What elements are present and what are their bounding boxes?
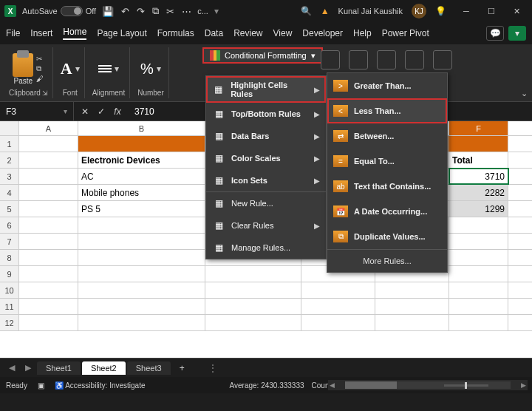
maximize-button[interactable]: ☐	[480, 2, 502, 20]
search-icon[interactable]: 🔍	[301, 6, 312, 16]
comments-button[interactable]: 💬	[486, 26, 504, 41]
minimize-button[interactable]: ─	[455, 2, 477, 20]
font-icon[interactable]: A	[61, 59, 72, 78]
menu-icon-sets[interactable]: ▦Icon Sets▶	[206, 169, 326, 191]
format-painter-icon[interactable]: 🖌	[36, 75, 44, 83]
tab-developer[interactable]: Developer	[302, 28, 343, 38]
highlight-cells-submenu: >Greater Than... <Less Than... ⇄Between.…	[327, 72, 448, 273]
select-all-corner[interactable]	[0, 121, 19, 135]
group-alignment: ▾ Alignment	[88, 47, 130, 98]
sheet-prev-icon[interactable]: ◀	[4, 363, 19, 373]
cell[interactable]: 3710	[449, 169, 508, 184]
tab-insert[interactable]: Insert	[30, 28, 52, 38]
share-button[interactable]: ▾	[508, 26, 526, 41]
qat-more-icon[interactable]: ⋯	[182, 6, 191, 17]
header-total[interactable]: Total	[449, 152, 508, 168]
menu-text-contains[interactable]: abText that Contains...	[327, 174, 447, 199]
user-name: Kunal Jai Kaushik	[338, 7, 403, 16]
tab-view[interactable]: View	[273, 28, 293, 38]
clear-icon: ▦	[212, 219, 225, 232]
cut-small-icon[interactable]: ✂	[36, 55, 44, 63]
format-table-icon[interactable]	[321, 50, 340, 69]
cell[interactable]: AC	[78, 169, 205, 184]
enter-formula-icon[interactable]: ✓	[95, 106, 108, 117]
sheet-tab-2[interactable]: Sheet2	[82, 361, 126, 375]
menu-equal-to[interactable]: =Equal To...	[327, 149, 447, 174]
less-icon: <	[333, 105, 348, 117]
warning-icon[interactable]: ▲	[321, 6, 330, 16]
conditional-formatting-button[interactable]: Conditional Formatting ▾	[202, 47, 323, 64]
row-header[interactable]: 2	[0, 152, 19, 168]
highlight-rules-icon: ▦	[212, 83, 225, 96]
row-header[interactable]: 3	[0, 169, 19, 184]
menu-highlight-cells-rules[interactable]: ▦Highlight Cells Rules▶	[206, 76, 326, 103]
cancel-formula-icon[interactable]: ✕	[78, 106, 92, 117]
col-header-f[interactable]: F	[449, 121, 508, 135]
tab-page-layout[interactable]: Page Layout	[97, 28, 146, 38]
close-button[interactable]: ✕	[505, 2, 528, 20]
cell[interactable]: PS 5	[78, 201, 205, 217]
cell[interactable]: Mobile phones	[78, 185, 205, 200]
row-header[interactable]: 1	[0, 136, 19, 152]
tab-data[interactable]: Data	[205, 28, 223, 38]
macro-icon[interactable]: ▣	[38, 381, 44, 390]
sheet-tab-3[interactable]: Sheet3	[127, 361, 171, 375]
undo-icon[interactable]: ↶	[121, 6, 129, 17]
tab-review[interactable]: Review	[233, 28, 262, 38]
zoom-slider[interactable]	[444, 384, 488, 387]
menu-duplicate-values[interactable]: ⧉Duplicate Values...	[327, 224, 447, 249]
menu-new-rule[interactable]: ▦New Rule...	[206, 191, 326, 214]
fx-icon[interactable]: fx	[111, 106, 124, 117]
analyze-icon[interactable]	[433, 50, 452, 69]
collapse-ribbon-icon[interactable]: ⌄	[521, 89, 528, 98]
menu-manage-rules[interactable]: ▦Manage Rules...	[206, 237, 326, 259]
status-average: Average: 2430.333333	[230, 381, 304, 390]
tab-file[interactable]: File	[6, 28, 20, 38]
tab-formulas[interactable]: Formulas	[157, 28, 194, 38]
row-header[interactable]: 5	[0, 201, 19, 217]
cell[interactable]: 2282	[449, 185, 508, 200]
chevron-right-icon: ▶	[314, 86, 320, 94]
paste-icon[interactable]	[13, 53, 33, 77]
cell-styles-icon[interactable]	[349, 50, 368, 69]
cell[interactable]: 1299	[449, 201, 508, 217]
tab-power-pivot[interactable]: Power Pivot	[382, 28, 429, 38]
menu-top-bottom-rules[interactable]: ▦Top/Bottom Rules▶	[206, 103, 326, 125]
cut-icon[interactable]: ✂	[166, 6, 174, 17]
sheet-next-icon[interactable]: ▶	[21, 363, 35, 373]
header-devices[interactable]: Electronic Devices	[78, 152, 205, 168]
tab-help[interactable]: Help	[353, 28, 372, 38]
menu-data-bars[interactable]: ▦Data Bars▶	[206, 125, 326, 147]
col-header-b[interactable]: B	[78, 121, 205, 135]
menu-less-than[interactable]: <Less Than...	[327, 98, 447, 123]
menu-greater-than[interactable]: >Greater Than...	[327, 73, 447, 98]
redo-icon[interactable]: ↷	[137, 6, 145, 17]
menu-between[interactable]: ⇄Between...	[327, 123, 447, 149]
menu-more-rules[interactable]: More Rules...	[327, 249, 447, 272]
font-label: Font	[63, 89, 78, 97]
group-font: A▾ Font	[56, 47, 85, 98]
editing-icon[interactable]	[405, 50, 424, 69]
conditional-formatting-icon	[210, 50, 220, 61]
copy-icon[interactable]: ⧉	[152, 5, 159, 17]
row-header[interactable]: 4	[0, 185, 19, 200]
tab-home[interactable]: Home	[63, 27, 86, 40]
accessibility-status[interactable]: ♿ Accessibility: Investigate	[55, 381, 146, 390]
menu-clear-rules[interactable]: ▦Clear Rules▶	[206, 214, 326, 237]
new-sheet-icon[interactable]: +	[172, 363, 192, 373]
menu-date-occurring[interactable]: 📅A Date Occurring...	[327, 199, 447, 224]
name-box[interactable]: F3▾	[0, 102, 74, 120]
autosave-toggle[interactable]: AutoSave Off	[22, 6, 96, 16]
sheet-tab-1[interactable]: Sheet1	[37, 361, 81, 375]
cells-icon[interactable]	[377, 50, 396, 69]
horizontal-scrollbar[interactable]: ◀▶	[328, 380, 528, 390]
avatar[interactable]: KJ	[412, 4, 426, 18]
col-header-a[interactable]: A	[19, 121, 78, 135]
menu-color-scales[interactable]: ▦Color Scales▶	[206, 147, 326, 169]
save-icon[interactable]: 💾	[102, 6, 114, 17]
lightbulb-icon[interactable]: 💡	[435, 6, 446, 16]
copy-small-icon[interactable]: ⧉	[36, 64, 44, 73]
alignment-icon[interactable]	[98, 65, 112, 72]
number-icon[interactable]: %	[140, 61, 154, 78]
toggle-icon	[61, 6, 83, 16]
